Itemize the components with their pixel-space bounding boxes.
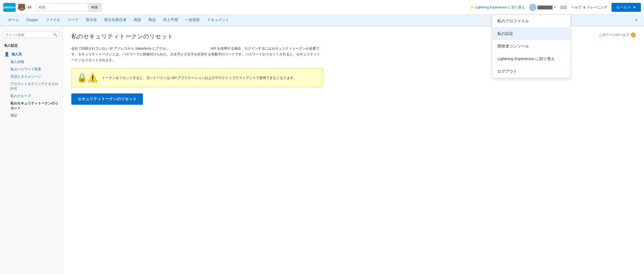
nav-plus-button[interactable]: + — [633, 18, 640, 23]
reset-security-token-button[interactable]: セキュリティトークンのリセット — [71, 93, 143, 105]
year-badge: '18 — [27, 5, 31, 9]
nav-item-leads[interactable]: リード — [64, 14, 82, 26]
chevron-down-icon: ▼ — [632, 5, 636, 9]
dropdown-item-settings[interactable]: 私の設定 — [492, 28, 570, 40]
nav-item-accounts[interactable]: 取引先 — [82, 14, 101, 26]
search-input[interactable] — [36, 3, 88, 11]
nav-item-chatter[interactable]: Chatter — [23, 14, 42, 26]
nav-item-bulk-update[interactable]: 一括更新 — [181, 14, 203, 26]
page-help-link[interactable]: このページのヘルプ ? — [599, 33, 636, 37]
logo-area: salesforce 🐻 '18 — [3, 3, 31, 12]
nav-item-forecasts[interactable]: 売上予測 — [159, 14, 181, 26]
search-area: 検索 — [36, 3, 101, 12]
search-button[interactable]: 検索 — [88, 3, 101, 12]
nav-item-opportunities[interactable]: 商談 — [130, 14, 145, 26]
warning-text: トークンをリセットすると、古いトークンは API アプリケーションおよびデスクト… — [102, 75, 297, 81]
avatar — [529, 4, 536, 11]
nav-item-files[interactable]: ファイル — [42, 14, 64, 26]
sidebar-item-security-token[interactable]: 私のセキュリティトークンのリセット — [0, 100, 63, 112]
top-navigation: salesforce 🐻 '18 検索 ⚡ Lightning Experien… — [0, 0, 644, 15]
sidebar-item-groups[interactable]: 私のグループ — [0, 92, 63, 100]
sidebar-search-input[interactable] — [6, 33, 53, 37]
lightning-icon: ⚡ — [470, 5, 474, 9]
sidebar-category-personal[interactable]: 👤 個人用 — [0, 50, 63, 58]
sidebar-item-password[interactable]: 私のパスワード変更 — [0, 66, 63, 73]
warning-icon: 🔒⚠️ — [77, 73, 98, 83]
sidebar-item-language[interactable]: 言語とタイムゾーン — [0, 73, 63, 80]
page-help-label: このページのヘルプ — [599, 33, 629, 37]
user-menu[interactable]: ▓▓▓▓▓▓ ▼ — [529, 4, 556, 11]
sidebar-section-title: 私の設定 — [0, 42, 63, 50]
warning-box: 🔒⚠️ トークンをリセットすると、古いトークンは API アプリケーションおよび… — [71, 68, 323, 87]
sidebar: 🔍 私の設定 👤 個人用 個人情報 私のパスワード変更 言語とタイムゾーン アカ… — [0, 26, 63, 274]
top-nav-right: ⚡ Lightning Experience に切り替え ▓▓▓▓▓▓ ▼ 設定… — [470, 3, 641, 12]
nav-item-home[interactable]: ホーム — [4, 14, 23, 26]
lightning-switch-label: Lightning Experience に切り替え — [475, 5, 525, 10]
settings-link[interactable]: 設定 — [560, 5, 567, 10]
chevron-down-icon: ▼ — [554, 6, 556, 9]
person-icon: 👤 — [4, 52, 9, 57]
sidebar-category-label: 個人用 — [12, 52, 22, 57]
dropdown-item-logout[interactable]: ログアウト — [492, 65, 570, 78]
sidebar-item-login-access[interactable]: アカウントログインアクセスの許可 — [0, 80, 63, 92]
sidebar-item-verification[interactable]: 検証 — [0, 112, 63, 119]
sidebar-item-personal-info[interactable]: 個人情報 — [0, 58, 63, 66]
nav-item-contacts[interactable]: 取引先責任者 — [101, 14, 130, 26]
sales-button[interactable]: セールス ▼ — [611, 3, 641, 12]
search-icon: 🔍 — [53, 33, 57, 37]
bear-icon: 🐻 — [17, 3, 26, 11]
help-link[interactable]: ヘルプ ＆ トレーニング — [571, 5, 607, 10]
description-text: 会社で信頼されていない IP アドレスから Salesforce にアクセ...… — [71, 46, 323, 63]
dropdown-item-developer-console[interactable]: 開発者コンソール — [492, 40, 570, 53]
sidebar-search-area[interactable]: 🔍 — [3, 31, 60, 38]
salesforce-logo: salesforce — [3, 3, 16, 12]
dropdown-item-lightning-switch[interactable]: Lightning Experience に切り替え — [492, 53, 570, 65]
dropdown-item-profile[interactable]: 私のプロファイル — [492, 15, 570, 28]
lightning-switch-link[interactable]: ⚡ Lightning Experience に切り替え — [470, 5, 525, 10]
user-name: ▓▓▓▓▓▓ — [538, 5, 552, 9]
nav-item-documents[interactable]: ドキュメント — [203, 14, 233, 26]
nav-item-products[interactable]: 商品 — [145, 14, 159, 26]
help-icon: ? — [631, 33, 636, 37]
user-dropdown-menu: 私のプロファイル 私の設定 開発者コンソール Lightning Experie… — [492, 15, 571, 78]
